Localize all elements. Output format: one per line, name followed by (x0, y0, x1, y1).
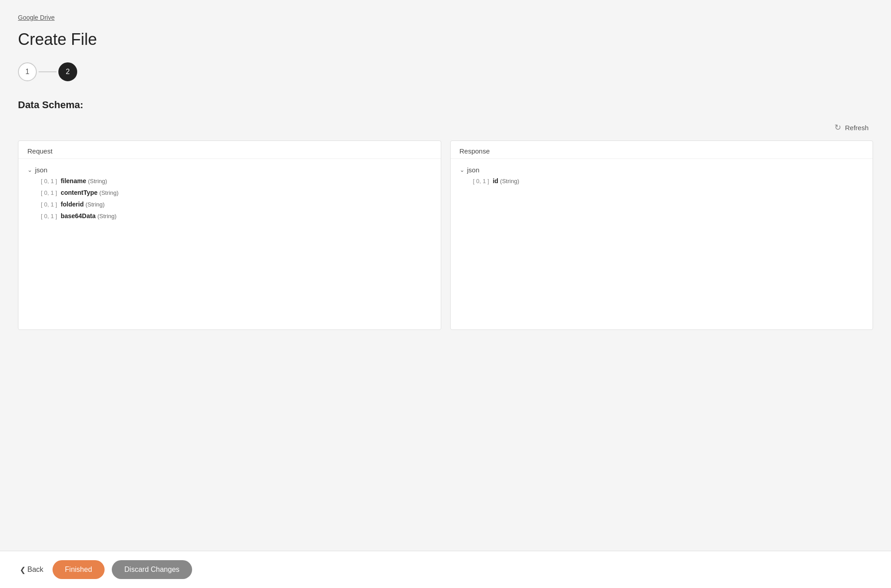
chevron-down-icon: ⌄ (460, 167, 465, 173)
page-container: Google Drive Create File 1 2 Data Schema… (0, 0, 891, 588)
back-chevron-icon: ❮ (20, 566, 26, 574)
range-label: [ 0, 1 ] (473, 178, 489, 184)
finished-button[interactable]: Finished (53, 560, 105, 579)
request-field-row: [ 0, 1 ] base64Data (String) (41, 212, 432, 219)
back-button[interactable]: ❮ Back (18, 562, 45, 578)
request-tree-children: [ 0, 1 ] filename (String) [ 0, 1 ] cont… (41, 177, 432, 219)
discard-changes-button[interactable]: Discard Changes (112, 560, 192, 579)
step-1[interactable]: 1 (18, 62, 37, 81)
response-tree-root: ⌄ json [ 0, 1 ] id (String) (460, 166, 864, 184)
schema-panels: Request ⌄ json [ 0, 1 ] filename (String… (18, 140, 873, 330)
refresh-icon: ↻ (834, 123, 841, 132)
request-field-row: [ 0, 1 ] contentType (String) (41, 189, 432, 196)
response-tree-children: [ 0, 1 ] id (String) (473, 177, 864, 184)
field-type: (String) (97, 213, 117, 219)
field-name: id (493, 177, 498, 184)
request-panel-header: Request (18, 141, 441, 159)
field-type: (String) (500, 178, 519, 184)
field-type: (String) (85, 201, 105, 208)
refresh-button[interactable]: ↻ Refresh (830, 120, 873, 135)
response-panel: Response ⌄ json [ 0, 1 ] id (String) (450, 140, 873, 330)
field-name: base64Data (61, 212, 96, 219)
field-name: filename (61, 177, 86, 184)
response-field-row: [ 0, 1 ] id (String) (473, 177, 864, 184)
step-connector (39, 71, 57, 72)
field-type: (String) (88, 178, 107, 184)
range-label: [ 0, 1 ] (41, 178, 57, 184)
page-title: Create File (18, 30, 873, 49)
field-name: contentType (61, 189, 97, 196)
range-label: [ 0, 1 ] (41, 201, 57, 208)
response-panel-header: Response (451, 141, 873, 159)
breadcrumb-link[interactable]: Google Drive (18, 14, 55, 21)
response-panel-content: ⌄ json [ 0, 1 ] id (String) (451, 159, 873, 329)
request-panel-content: ⌄ json [ 0, 1 ] filename (String) [ 0, 1… (18, 159, 441, 329)
request-panel: Request ⌄ json [ 0, 1 ] filename (String… (18, 140, 441, 330)
bottom-bar: ❮ Back Finished Discard Changes (0, 551, 891, 588)
field-type: (String) (99, 189, 119, 196)
schema-section-title: Data Schema: (18, 99, 873, 111)
range-label: [ 0, 1 ] (41, 213, 57, 219)
step-2[interactable]: 2 (58, 62, 77, 81)
stepper: 1 2 (18, 62, 873, 81)
schema-area: ↻ Refresh Request ⌄ json [ 0, 1 ] filen (18, 120, 873, 330)
chevron-down-icon: ⌄ (27, 167, 32, 173)
request-field-row: [ 0, 1 ] folderid (String) (41, 201, 432, 208)
field-name: folderid (61, 201, 83, 208)
refresh-bar: ↻ Refresh (18, 120, 873, 135)
range-label: [ 0, 1 ] (41, 189, 57, 196)
request-tree-root: ⌄ json [ 0, 1 ] filename (String) [ 0, 1… (27, 166, 432, 219)
request-field-row: [ 0, 1 ] filename (String) (41, 177, 432, 184)
